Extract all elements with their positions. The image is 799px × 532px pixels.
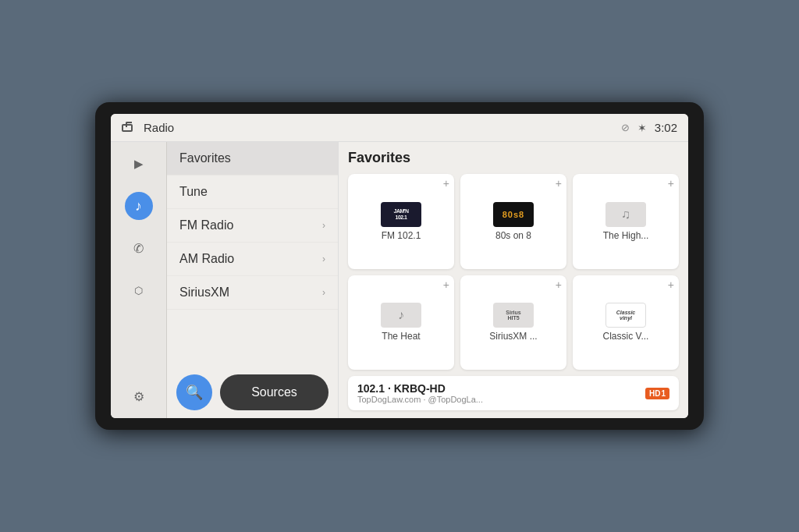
fav-card-the-heat[interactable]: + ♪ The Heat (348, 275, 454, 371)
top-bar-right: ⊘ ✶ 3:02 (621, 121, 677, 134)
main-content: ▶ ♪ ✆ ⬡ ⚙ Favorites Tune FM Radio › (111, 142, 688, 418)
chevron-right-icon: › (322, 254, 325, 264)
fav-card-label: SiriusXM ... (489, 331, 537, 342)
add-favorite-icon[interactable]: + (556, 278, 562, 291)
fav-card-label: The High... (603, 230, 649, 241)
now-playing-station: 102.1 · KRBQ-HD (357, 382, 483, 395)
bluetooth-icon: ✶ (637, 122, 647, 134)
hd-label: HD (649, 389, 660, 398)
fav-card-fm-102-1[interactable]: + JAM'N102.1 FM 102.1 (348, 174, 454, 269)
add-favorite-icon[interactable]: + (668, 278, 674, 291)
favorites-grid: + JAM'N102.1 FM 102.1 + 80s8 80s on 8 (348, 174, 679, 370)
hd-badge: HD 1 (645, 388, 669, 399)
heat-logo-icon: ♪ (398, 308, 404, 322)
hd-number: 1 (661, 389, 666, 398)
fav-card-label: Classic V... (603, 331, 649, 342)
sidebar-item-car[interactable]: ⬡ (125, 276, 153, 304)
search-button[interactable]: 🔍 (176, 374, 212, 410)
screen-title: Radio (144, 121, 174, 134)
infotainment-screen: Radio ⊘ ✶ 3:02 ▶ ♪ ✆ ⬡ ⚙ Favorites (111, 114, 688, 418)
now-playing-bar[interactable]: 102.1 · KRBQ-HD TopDogLaw.com · @TopDogL… (348, 376, 679, 410)
sirius-logo-text: SiriusHIT5 (506, 310, 520, 321)
favorites-heading: Favorites (348, 150, 679, 166)
fav-card-label: 80s on 8 (495, 230, 531, 241)
add-favorite-icon[interactable]: + (556, 177, 562, 190)
fav-card-label: The Heat (382, 331, 420, 342)
sidebar-item-phone[interactable]: ✆ (125, 234, 153, 262)
menu-item-favorites[interactable]: Favorites (167, 142, 338, 176)
wifi-off-icon: ⊘ (621, 122, 630, 133)
search-icon: 🔍 (186, 384, 203, 401)
top-bar: Radio ⊘ ✶ 3:02 (111, 114, 688, 142)
sidebar-item-music[interactable]: ♪ (125, 192, 153, 220)
car-display-surround: Radio ⊘ ✶ 3:02 ▶ ♪ ✆ ⬡ ⚙ Favorites (95, 102, 704, 430)
menu-item-siriusxm[interactable]: SiriusXM › (167, 276, 338, 310)
80s-logo-text: 80s8 (502, 210, 524, 219)
fav-card-label: FM 102.1 (382, 230, 421, 241)
chevron-right-icon: › (322, 287, 325, 298)
sidebar: ▶ ♪ ✆ ⬡ ⚙ (111, 142, 167, 418)
menu-panel: Favorites Tune FM Radio › AM Radio › Sir… (167, 142, 339, 418)
chevron-right-icon: › (322, 220, 325, 231)
sources-button[interactable]: Sources (220, 374, 328, 410)
fm-logo-text: JAM'N102.1 (394, 208, 409, 220)
now-playing-subtitle: TopDogLaw.com · @TopDogLa... (357, 395, 483, 404)
sidebar-item-navigation[interactable]: ▶ (125, 150, 153, 178)
clock: 3:02 (655, 121, 677, 134)
menu-item-am-radio[interactable]: AM Radio › (167, 243, 338, 276)
add-favorite-icon[interactable]: + (443, 278, 449, 291)
menu-item-tune[interactable]: Tune (167, 176, 338, 209)
fav-card-the-high[interactable]: + ♫ The High... (573, 174, 679, 269)
now-playing-info: 102.1 · KRBQ-HD TopDogLaw.com · @TopDogL… (357, 382, 483, 404)
high-logo-icon: ♫ (621, 207, 630, 222)
fav-card-siriusxm-hits[interactable]: + SiriusHIT5 SiriusXM ... (460, 275, 566, 371)
top-bar-left: Radio (122, 121, 174, 134)
add-favorite-icon[interactable]: + (443, 177, 449, 190)
sidebar-item-settings[interactable]: ⚙ (125, 382, 153, 410)
radio-icon (122, 124, 133, 132)
add-favorite-icon[interactable]: + (668, 177, 674, 190)
fav-card-classic-vinyl[interactable]: + Classicvinyl Classic V... (573, 275, 679, 371)
classic-logo-text: Classicvinyl (616, 310, 636, 321)
menu-item-fm-radio[interactable]: FM Radio › (167, 209, 338, 243)
fav-card-80s-on-8[interactable]: + 80s8 80s on 8 (460, 174, 566, 269)
right-panel: Favorites + JAM'N102.1 FM 102.1 + (339, 142, 688, 418)
menu-bottom-bar: 🔍 Sources (167, 367, 338, 418)
